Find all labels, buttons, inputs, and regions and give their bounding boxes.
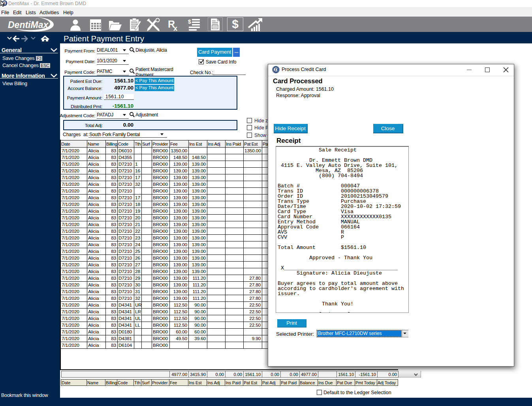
svg-text:DentiMax: DentiMax <box>8 20 49 30</box>
svg-text:$: $ <box>188 19 191 25</box>
svg-text:x: x <box>173 24 177 31</box>
svg-text:D: D <box>274 67 278 73</box>
